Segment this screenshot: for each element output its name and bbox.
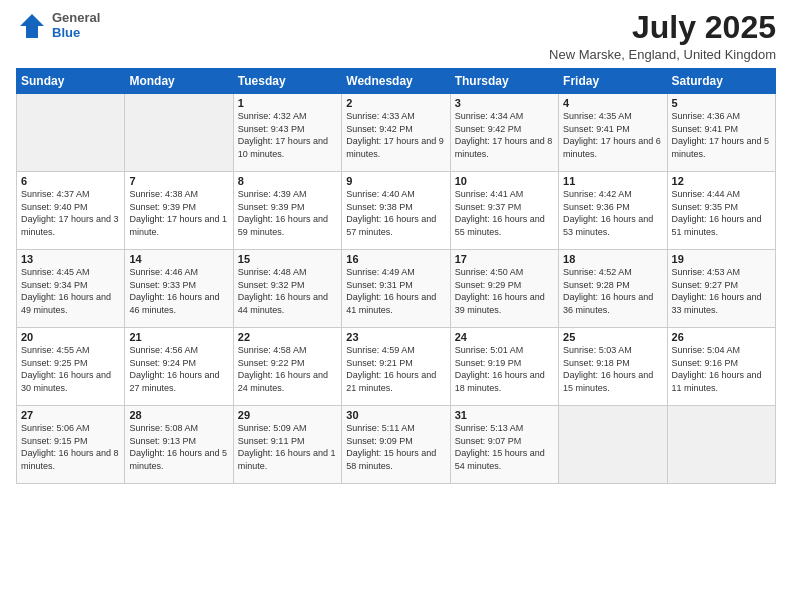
day-sunset: Sunset: 9:21 PM: [346, 358, 413, 368]
table-row: 3 Sunrise: 4:34 AM Sunset: 9:42 PM Dayli…: [450, 94, 558, 172]
day-sunrise: Sunrise: 5:06 AM: [21, 423, 90, 433]
table-row: 24 Sunrise: 5:01 AM Sunset: 9:19 PM Dayl…: [450, 328, 558, 406]
day-sunrise: Sunrise: 5:11 AM: [346, 423, 415, 433]
day-daylight: Daylight: 16 hours and 51 minutes.: [672, 214, 762, 237]
day-daylight: Daylight: 16 hours and 15 minutes.: [563, 370, 653, 393]
day-number: 11: [563, 175, 662, 187]
calendar-header-row: Sunday Monday Tuesday Wednesday Thursday…: [17, 69, 776, 94]
day-sunset: Sunset: 9:22 PM: [238, 358, 305, 368]
day-daylight: Daylight: 16 hours and 39 minutes.: [455, 292, 545, 315]
day-sunset: Sunset: 9:13 PM: [129, 436, 196, 446]
header-tuesday: Tuesday: [233, 69, 341, 94]
table-row: 15 Sunrise: 4:48 AM Sunset: 9:32 PM Dayl…: [233, 250, 341, 328]
calendar-week-row: 13 Sunrise: 4:45 AM Sunset: 9:34 PM Dayl…: [17, 250, 776, 328]
day-daylight: Daylight: 15 hours and 54 minutes.: [455, 448, 545, 471]
day-sunset: Sunset: 9:32 PM: [238, 280, 305, 290]
day-sunset: Sunset: 9:29 PM: [455, 280, 522, 290]
page-header: General Blue July 2025 New Marske, Engla…: [16, 10, 776, 62]
day-sunset: Sunset: 9:16 PM: [672, 358, 739, 368]
day-sunrise: Sunrise: 4:58 AM: [238, 345, 307, 355]
day-sunrise: Sunrise: 4:46 AM: [129, 267, 198, 277]
day-sunset: Sunset: 9:37 PM: [455, 202, 522, 212]
table-row: 26 Sunrise: 5:04 AM Sunset: 9:16 PM Dayl…: [667, 328, 775, 406]
day-daylight: Daylight: 16 hours and 44 minutes.: [238, 292, 328, 315]
day-sunset: Sunset: 9:41 PM: [563, 124, 630, 134]
day-number: 12: [672, 175, 771, 187]
logo: General Blue: [16, 10, 100, 42]
day-sunset: Sunset: 9:28 PM: [563, 280, 630, 290]
table-row: 29 Sunrise: 5:09 AM Sunset: 9:11 PM Dayl…: [233, 406, 341, 484]
table-row: 8 Sunrise: 4:39 AM Sunset: 9:39 PM Dayli…: [233, 172, 341, 250]
day-sunrise: Sunrise: 4:41 AM: [455, 189, 524, 199]
day-number: 24: [455, 331, 554, 343]
day-number: 26: [672, 331, 771, 343]
day-daylight: Daylight: 16 hours and 57 minutes.: [346, 214, 436, 237]
calendar-week-row: 20 Sunrise: 4:55 AM Sunset: 9:25 PM Dayl…: [17, 328, 776, 406]
day-sunset: Sunset: 9:33 PM: [129, 280, 196, 290]
day-sunrise: Sunrise: 4:52 AM: [563, 267, 632, 277]
day-sunset: Sunset: 9:42 PM: [346, 124, 413, 134]
day-sunset: Sunset: 9:43 PM: [238, 124, 305, 134]
day-sunset: Sunset: 9:35 PM: [672, 202, 739, 212]
day-sunset: Sunset: 9:40 PM: [21, 202, 88, 212]
day-number: 15: [238, 253, 337, 265]
table-row: [667, 406, 775, 484]
day-number: 13: [21, 253, 120, 265]
table-row: 13 Sunrise: 4:45 AM Sunset: 9:34 PM Dayl…: [17, 250, 125, 328]
day-daylight: Daylight: 16 hours and 1 minute.: [238, 448, 336, 471]
day-number: 22: [238, 331, 337, 343]
day-sunrise: Sunrise: 4:56 AM: [129, 345, 198, 355]
day-number: 1: [238, 97, 337, 109]
day-daylight: Daylight: 16 hours and 5 minutes.: [129, 448, 227, 471]
table-row: 18 Sunrise: 4:52 AM Sunset: 9:28 PM Dayl…: [559, 250, 667, 328]
day-number: 6: [21, 175, 120, 187]
day-sunrise: Sunrise: 4:42 AM: [563, 189, 632, 199]
day-daylight: Daylight: 16 hours and 55 minutes.: [455, 214, 545, 237]
day-sunrise: Sunrise: 5:13 AM: [455, 423, 524, 433]
header-sunday: Sunday: [17, 69, 125, 94]
day-daylight: Daylight: 17 hours and 9 minutes.: [346, 136, 444, 159]
table-row: 28 Sunrise: 5:08 AM Sunset: 9:13 PM Dayl…: [125, 406, 233, 484]
day-number: 23: [346, 331, 445, 343]
day-sunset: Sunset: 9:09 PM: [346, 436, 413, 446]
day-sunrise: Sunrise: 4:38 AM: [129, 189, 198, 199]
day-sunset: Sunset: 9:42 PM: [455, 124, 522, 134]
day-number: 20: [21, 331, 120, 343]
day-number: 2: [346, 97, 445, 109]
day-daylight: Daylight: 16 hours and 27 minutes.: [129, 370, 219, 393]
day-daylight: Daylight: 16 hours and 53 minutes.: [563, 214, 653, 237]
day-sunrise: Sunrise: 4:39 AM: [238, 189, 307, 199]
table-row: 20 Sunrise: 4:55 AM Sunset: 9:25 PM Dayl…: [17, 328, 125, 406]
day-number: 25: [563, 331, 662, 343]
day-sunrise: Sunrise: 4:48 AM: [238, 267, 307, 277]
table-row: 14 Sunrise: 4:46 AM Sunset: 9:33 PM Dayl…: [125, 250, 233, 328]
table-row: 2 Sunrise: 4:33 AM Sunset: 9:42 PM Dayli…: [342, 94, 450, 172]
day-sunset: Sunset: 9:39 PM: [238, 202, 305, 212]
day-sunset: Sunset: 9:15 PM: [21, 436, 88, 446]
day-daylight: Daylight: 16 hours and 59 minutes.: [238, 214, 328, 237]
table-row: 6 Sunrise: 4:37 AM Sunset: 9:40 PM Dayli…: [17, 172, 125, 250]
day-sunrise: Sunrise: 4:44 AM: [672, 189, 741, 199]
day-sunset: Sunset: 9:25 PM: [21, 358, 88, 368]
day-sunset: Sunset: 9:36 PM: [563, 202, 630, 212]
day-sunset: Sunset: 9:39 PM: [129, 202, 196, 212]
day-daylight: Daylight: 17 hours and 1 minute.: [129, 214, 227, 237]
day-sunrise: Sunrise: 5:08 AM: [129, 423, 198, 433]
day-daylight: Daylight: 16 hours and 21 minutes.: [346, 370, 436, 393]
title-block: July 2025 New Marske, England, United Ki…: [549, 10, 776, 62]
day-sunrise: Sunrise: 4:40 AM: [346, 189, 415, 199]
day-sunset: Sunset: 9:18 PM: [563, 358, 630, 368]
table-row: 23 Sunrise: 4:59 AM Sunset: 9:21 PM Dayl…: [342, 328, 450, 406]
day-sunset: Sunset: 9:07 PM: [455, 436, 522, 446]
day-daylight: Daylight: 16 hours and 30 minutes.: [21, 370, 111, 393]
header-saturday: Saturday: [667, 69, 775, 94]
day-sunrise: Sunrise: 5:04 AM: [672, 345, 741, 355]
table-row: 9 Sunrise: 4:40 AM Sunset: 9:38 PM Dayli…: [342, 172, 450, 250]
day-sunrise: Sunrise: 4:33 AM: [346, 111, 415, 121]
day-number: 10: [455, 175, 554, 187]
table-row: 25 Sunrise: 5:03 AM Sunset: 9:18 PM Dayl…: [559, 328, 667, 406]
day-sunrise: Sunrise: 4:59 AM: [346, 345, 415, 355]
table-row: 27 Sunrise: 5:06 AM Sunset: 9:15 PM Dayl…: [17, 406, 125, 484]
day-number: 27: [21, 409, 120, 421]
table-row: 17 Sunrise: 4:50 AM Sunset: 9:29 PM Dayl…: [450, 250, 558, 328]
